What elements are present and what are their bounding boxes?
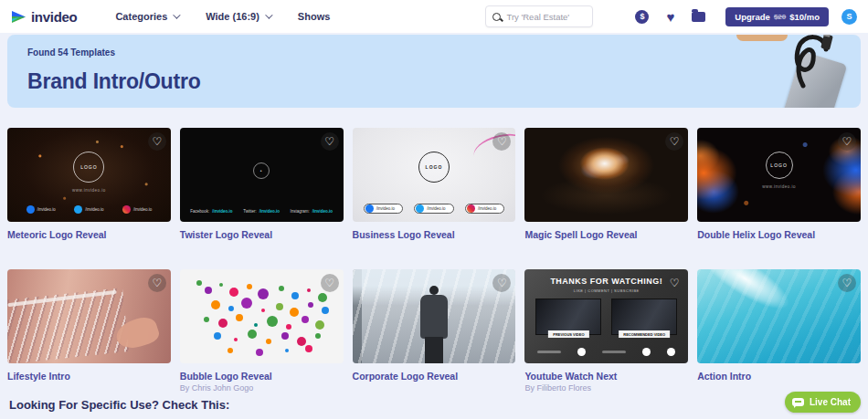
- template-thumbnail[interactable]: LOGO www.invideo.io ♡: [697, 128, 861, 222]
- favorite-button[interactable]: ♡: [321, 274, 339, 292]
- website-text: www.invideo.io: [762, 184, 796, 189]
- facebook-icon: [26, 205, 35, 214]
- chevron-down-icon: [173, 11, 180, 18]
- nav-icons: $ ♥: [635, 10, 705, 24]
- template-card-double-helix[interactable]: LOGO www.invideo.io ♡ Double Helix Logo …: [697, 128, 861, 240]
- favorite-button[interactable]: ♡: [838, 274, 856, 292]
- favorite-button[interactable]: ♡: [665, 132, 683, 151]
- thanks-for-watching-text: THANKS FOR WATCHING!: [524, 277, 688, 286]
- template-title: Bubble Logo Reveal: [180, 371, 344, 382]
- found-count-text: Found 54 Templates: [27, 47, 861, 58]
- nav-item-aspect-ratio[interactable]: Wide (16:9): [206, 11, 270, 22]
- user-avatar[interactable]: S: [842, 9, 857, 25]
- favorite-button[interactable]: ♡: [321, 132, 339, 151]
- like-comment-subscribe-text: LIKE | COMMENT | SUBSCRIBE: [524, 288, 688, 293]
- favorite-button[interactable]: ♡: [148, 132, 166, 151]
- template-card-twister[interactable]: ● Facebook:/invideo.io Twitter:/invideo.…: [180, 128, 344, 240]
- template-thumbnail[interactable]: ♡: [180, 269, 344, 363]
- credits-icon[interactable]: $: [635, 10, 649, 24]
- template-author: By Filiberto Flores: [524, 383, 688, 393]
- template-title: Corporate Logo Reveal: [353, 371, 516, 382]
- invideo-logo-icon: [11, 9, 26, 25]
- thumb-figure-legs: [425, 337, 443, 363]
- template-card-action[interactable]: ♡ Action Intro: [697, 269, 861, 393]
- twitter-label: Twitter:: [243, 209, 257, 214]
- favorite-button[interactable]: ♡: [492, 132, 511, 151]
- instagram-icon: [467, 204, 475, 213]
- logo-placeholder: ●: [253, 162, 270, 179]
- upgrade-label: Upgrade: [735, 12, 770, 22]
- folder-icon[interactable]: [692, 12, 705, 22]
- template-title: Business Logo Reveal: [353, 229, 516, 240]
- thumb-logo-area: LOGO www.invideo.io: [697, 152, 861, 189]
- social-handle: /invideo.io: [312, 209, 333, 214]
- top-navbar: invideo Categories Wide (16:9) Shows $ ♥…: [0, 0, 868, 33]
- social-row: Facebook:/invideo.io Twitter:/invideo.io…: [180, 209, 344, 214]
- logo-placeholder: LOGO: [418, 152, 450, 183]
- instagram-icon: [122, 205, 131, 214]
- thumb-logo-area: LOGO: [353, 152, 516, 183]
- search-icon: [492, 13, 501, 21]
- nav-links: Categories Wide (16:9) Shows: [115, 11, 330, 22]
- template-thumbnail[interactable]: ♡: [353, 269, 516, 363]
- hero-banner: Found 54 Templates Brand Intro/Outro: [7, 35, 861, 108]
- social-row: /invideo.io /invideo.io /invideo.io: [353, 204, 516, 214]
- template-thumbnail[interactable]: THANKS FOR WATCHING! LIKE | COMMENT | SU…: [524, 269, 688, 363]
- template-card-meteoric[interactable]: LOGO www.invideo.io /invideo.io /invideo…: [7, 128, 171, 240]
- template-thumbnail[interactable]: LOGO /invideo.io /invideo.io /invideo.io…: [353, 128, 516, 222]
- nav-item-categories[interactable]: Categories: [115, 11, 178, 22]
- hero-cable-image: [753, 35, 853, 93]
- template-thumbnail[interactable]: ♡: [7, 269, 171, 363]
- nav-item-label: Wide (16:9): [206, 11, 259, 22]
- favorite-button[interactable]: ♡: [838, 132, 856, 151]
- thumb-bubbles-image: [196, 280, 202, 286]
- website-text: www.invideo.io: [72, 188, 106, 193]
- template-thumbnail[interactable]: ● Facebook:/invideo.io Twitter:/invideo.…: [180, 128, 344, 222]
- template-title: Youtube Watch Next: [524, 371, 688, 382]
- thumb-logo-area: ●: [180, 162, 344, 179]
- template-title: Double Helix Logo Reveal: [697, 229, 861, 240]
- template-card-lifestyle[interactable]: ♡ Lifestyle Intro: [7, 269, 171, 393]
- template-thumbnail[interactable]: ♡: [697, 269, 861, 363]
- chevron-down-icon: [265, 11, 272, 18]
- previous-video-label: PREVIOUS VIDEO: [548, 330, 588, 338]
- logo-placeholder: LOGO: [766, 152, 793, 179]
- template-card-bubble[interactable]: ♡ Bubble Logo Reveal By Chris John Gogo: [180, 269, 344, 393]
- social-row: /invideo.io /invideo.io /invideo.io: [7, 205, 171, 214]
- favorite-button[interactable]: ♡: [148, 274, 166, 292]
- template-card-business[interactable]: LOGO /invideo.io /invideo.io /invideo.io…: [353, 128, 516, 240]
- template-card-youtube-watch-next[interactable]: THANKS FOR WATCHING! LIKE | COMMENT | SU…: [524, 269, 688, 393]
- social-handle: /invideo.io: [37, 207, 56, 212]
- social-handle: /invideo.io: [85, 207, 103, 212]
- thumb-figure-body: [420, 295, 448, 339]
- template-thumbnail[interactable]: ♡: [524, 128, 688, 222]
- twitter-icon: [416, 204, 424, 213]
- brand-logo[interactable]: invideo: [11, 9, 77, 25]
- recommended-video-label: RECOMMENDED VIDEO: [619, 330, 670, 338]
- search-box[interactable]: [485, 5, 593, 27]
- search-input[interactable]: [506, 12, 586, 22]
- nav-item-label: Shows: [298, 11, 330, 22]
- social-handle: /invideo.io: [427, 206, 445, 211]
- live-chat-button[interactable]: Live Chat: [785, 392, 861, 413]
- nav-item-shows[interactable]: Shows: [298, 11, 330, 22]
- brand-name: invideo: [31, 9, 77, 25]
- nav-item-label: Categories: [115, 11, 167, 22]
- recommended-video-thumb: RECOMMENDED VIDEO: [611, 299, 677, 335]
- template-card-magic-spell[interactable]: ♡ Magic Spell Logo Reveal: [524, 128, 688, 240]
- instagram-icon: [642, 348, 651, 356]
- yt-text-bar: [537, 351, 561, 353]
- previous-video-thumb: PREVIOUS VIDEO: [535, 299, 601, 335]
- upgrade-button[interactable]: Upgrade $20 $10/mo: [725, 7, 829, 26]
- template-thumbnail[interactable]: LOGO www.invideo.io /invideo.io /invideo…: [7, 128, 171, 222]
- upgrade-new-price: $10/mo: [789, 12, 820, 22]
- template-title: Lifestyle Intro: [7, 371, 171, 382]
- social-handle: /invideo.io: [212, 209, 232, 214]
- template-card-corporate[interactable]: ♡ Corporate Logo Reveal: [353, 269, 516, 393]
- favorite-button[interactable]: ♡: [492, 274, 511, 292]
- yt-text-bar: [602, 351, 626, 353]
- facebook-icon: [577, 348, 586, 356]
- favorites-heart-icon[interactable]: ♥: [666, 10, 674, 24]
- thumb-logo-area: LOGO www.invideo.io: [7, 152, 171, 193]
- upgrade-old-price: $20: [774, 13, 786, 21]
